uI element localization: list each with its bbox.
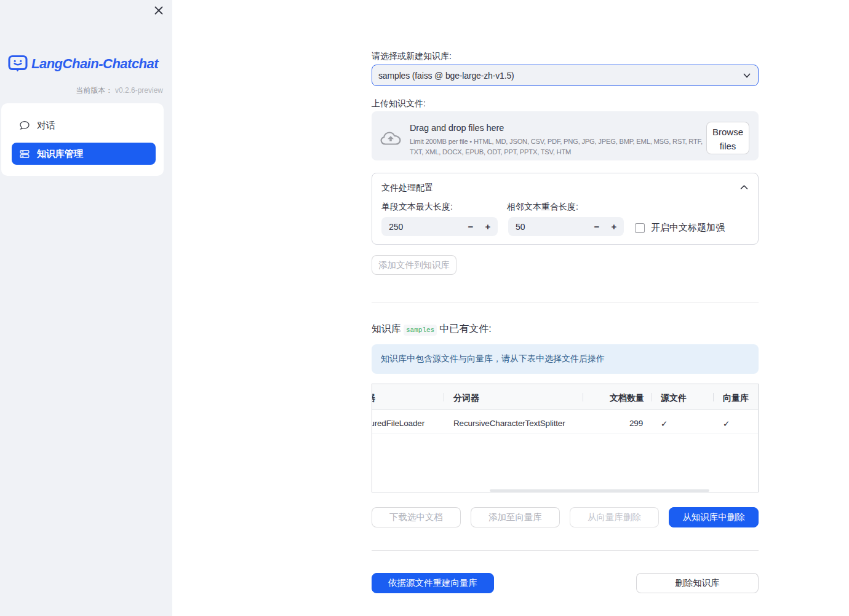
column-separator	[583, 393, 583, 401]
dropzone-limit-text: Limit 200MB per file • HTML, MD, JSON, C…	[410, 136, 717, 157]
chunk-overlap-input[interactable]: 50 − +	[508, 217, 624, 236]
chunk-size-label: 单段文本最大长度:	[381, 202, 453, 213]
close-icon	[154, 6, 163, 15]
kb-name-code: samples	[404, 325, 437, 336]
chunk-size-input[interactable]: 250 − +	[381, 217, 498, 236]
kb-files-table[interactable]: 文档加载器 分词器 文档数量 源文件 向量库 UnstructuredFileL…	[372, 384, 759, 492]
delete-from-kb-button[interactable]: 从知识库中删除	[669, 507, 759, 527]
logo-text: LangChain-Chatchat	[31, 56, 158, 72]
divider	[372, 550, 759, 551]
column-separator	[713, 393, 714, 401]
kb-selectbox-value: samples (faiss @ bge-large-zh-v1.5)	[378, 71, 514, 81]
kb-select-label: 请选择或新建知识库:	[372, 51, 452, 62]
column-separator	[444, 393, 444, 401]
chunk-overlap-value: 50	[516, 222, 525, 232]
rebuild-vectorstore-button[interactable]: 依据源文件重建向量库	[372, 573, 494, 593]
upload-label: 上传知识文件:	[372, 98, 426, 109]
col-header-splitter: 分词器	[453, 393, 479, 404]
delete-kb-button[interactable]: 删除知识库	[636, 573, 759, 593]
hdd-stack-icon	[20, 149, 30, 159]
chunk-size-value: 250	[389, 222, 403, 232]
chat-bubble-icon	[20, 120, 30, 130]
col-header-vector: 向量库	[723, 393, 749, 404]
zh-title-checkbox-label: 开启中文标题加强	[651, 222, 725, 234]
kb-files-heading: 知识库samples中已有文件:	[372, 323, 492, 336]
nav-item-dialogue[interactable]: 对话	[12, 114, 156, 136]
table-horizontal-scrollbar[interactable]	[490, 489, 709, 492]
config-expander: 文件处理配置 单段文本最大长度: 相邻文本重合长度: 250 − + 50 − …	[372, 173, 759, 245]
app-logo: LangChain-Chatchat	[8, 55, 158, 73]
main-content: 请选择或新建知识库: samples (faiss @ bge-large-zh…	[372, 0, 759, 616]
col-header-docs: 文档数量	[610, 393, 644, 404]
column-separator	[652, 393, 652, 401]
chevron-up-icon[interactable]	[740, 184, 748, 190]
version-line: 当前版本： v0.2.6-preview	[0, 85, 163, 96]
sidebar: LangChain-Chatchat 当前版本： v0.2.6-preview …	[0, 0, 172, 616]
dropzone-title: Drag and drop files here	[410, 123, 504, 133]
chunk-overlap-label: 相邻文本重合长度:	[507, 202, 578, 213]
table-header: 文档加载器 分词器 文档数量 源文件 向量库	[372, 384, 758, 410]
checkbox-box[interactable]	[635, 223, 645, 233]
chunk-overlap-increment-button[interactable]: +	[605, 217, 623, 236]
cell-loader: UnstructuredFileLoader	[372, 419, 424, 428]
chunk-size-increment-button[interactable]: +	[479, 217, 496, 236]
kb-files-heading-suffix: 中已有文件:	[439, 323, 491, 334]
delete-from-vectorstore-button[interactable]: 从向量库删除	[570, 507, 659, 527]
add-files-button[interactable]: 添加文件到知识库	[372, 255, 456, 275]
cell-splitter: RecursiveCharacterTextSplitter	[453, 419, 565, 428]
divider	[372, 302, 759, 302]
cell-docs: 299	[629, 419, 643, 428]
version-label: 当前版本：	[76, 86, 113, 95]
sidebar-close-button[interactable]	[153, 5, 164, 16]
info-alert: 知识库中包含源文件与向量库，请从下表中选择文件后操作	[372, 344, 759, 374]
dropzone-limit-line1: Limit 200MB per file • HTML, MD, JSON, C…	[410, 138, 703, 145]
kb-selectbox[interactable]: samples (faiss @ bge-large-zh-v1.5)	[372, 65, 759, 86]
chunk-overlap-decrement-button[interactable]: −	[588, 217, 605, 236]
file-dropzone[interactable]: Drag and drop files here Limit 200MB per…	[372, 111, 759, 160]
cloud-upload-icon	[380, 131, 401, 146]
add-to-vectorstore-button[interactable]: 添加至向量库	[471, 507, 560, 527]
chevron-down-icon	[742, 71, 752, 81]
cell-vector-check: ✓	[723, 419, 730, 428]
logo-chat-icon	[8, 55, 28, 73]
nav-item-label: 知识库管理	[37, 148, 83, 160]
col-header-source: 源文件	[661, 393, 687, 404]
sidebar-nav: 对话 知识库管理	[1, 103, 164, 176]
expander-title[interactable]: 文件处理配置	[381, 183, 433, 194]
nav-item-label: 对话	[37, 120, 55, 132]
cell-source-check: ✓	[661, 419, 668, 428]
nav-item-kb-management[interactable]: 知识库管理	[12, 143, 156, 165]
table-row[interactable]: UnstructuredFileLoader RecursiveCharacte…	[372, 411, 758, 433]
col-header-loader: 文档加载器	[372, 393, 375, 404]
zh-title-checkbox[interactable]: 开启中文标题加强	[635, 222, 725, 234]
info-alert-text: 知识库中包含源文件与向量库，请从下表中选择文件后操作	[381, 353, 605, 365]
browse-files-button[interactable]: Browse files	[706, 122, 749, 154]
chunk-size-decrement-button[interactable]: −	[462, 217, 479, 236]
dropzone-limit-line2: TXT, XML, DOCX, EPUB, ODT, PPT, PPTX, TS…	[410, 148, 571, 156]
download-selected-button[interactable]: 下载选中文档	[372, 507, 461, 527]
kb-files-heading-prefix: 知识库	[372, 323, 401, 334]
version-value: v0.2.6-preview	[115, 86, 163, 95]
